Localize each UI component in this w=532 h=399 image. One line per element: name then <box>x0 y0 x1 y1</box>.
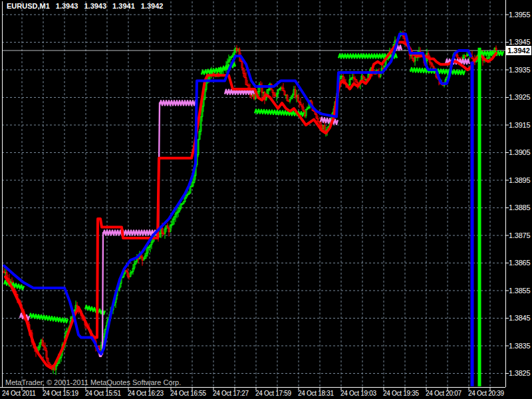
price-tick-label: 1.3935 <box>509 66 530 74</box>
time-tick-label: 24 Oct 15:51 <box>85 390 121 397</box>
price-tick-label: 1.3885 <box>509 203 530 211</box>
time-tick-label: 24 Oct 16:23 <box>128 390 164 397</box>
price-tick-label: 1.3845 <box>509 314 530 322</box>
time-tick-label: 24 Oct 2011 <box>2 390 35 397</box>
time-tick-label: 24 Oct 19:35 <box>383 390 419 397</box>
time-tick-label: 24 Oct 19:03 <box>340 390 376 397</box>
price-tick-label: 1.3825 <box>509 369 530 377</box>
price-tick-label: 1.3955 <box>509 11 530 19</box>
symbol-timeframe-label: EURUSD,M1 <box>7 2 50 10</box>
low-value: 1.3941 <box>112 2 135 10</box>
open-value: 1.3943 <box>56 2 78 10</box>
price-tick-label: 1.3865 <box>509 259 530 267</box>
price-tick-label: 1.3905 <box>509 148 530 156</box>
time-tick-label: 24 Oct 18:31 <box>298 390 334 397</box>
time-tick-label: 24 Oct 15:19 <box>43 390 78 397</box>
close-value: 1.3942 <box>141 2 164 10</box>
price-tick-label: 1.3895 <box>509 176 530 184</box>
price-tick-label: 1.3945 <box>509 38 530 46</box>
price-tick-label: 1.3925 <box>509 93 530 101</box>
price-tick-label: 1.3915 <box>509 121 530 129</box>
time-tick-label: 24 Oct 20:39 <box>468 390 504 397</box>
time-tick-label: 24 Oct 20:07 <box>426 390 462 397</box>
price-tick-label: 1.3855 <box>509 287 530 295</box>
price-tick-label: 1.3835 <box>509 342 530 350</box>
current-price-marker: 1.3942 <box>506 46 531 55</box>
chart-canvas[interactable] <box>0 0 532 399</box>
high-value: 1.3943 <box>84 2 106 10</box>
time-tick-label: 24 Oct 17:27 <box>213 390 249 397</box>
ohlc-header: EURUSD,M11.39431.39431.39411.3942 <box>7 2 169 10</box>
copyright-text: MetaTrader, © 2001-2011 MetaQuotes Softw… <box>5 378 181 386</box>
price-tick-label: 1.3875 <box>509 231 530 239</box>
time-tick-label: 24 Oct 17:59 <box>255 390 291 397</box>
metatrader-chart-window: EURUSD,M11.39431.39431.39411.3942 1.3955… <box>0 0 532 399</box>
time-tick-label: 24 Oct 16:55 <box>170 390 206 397</box>
